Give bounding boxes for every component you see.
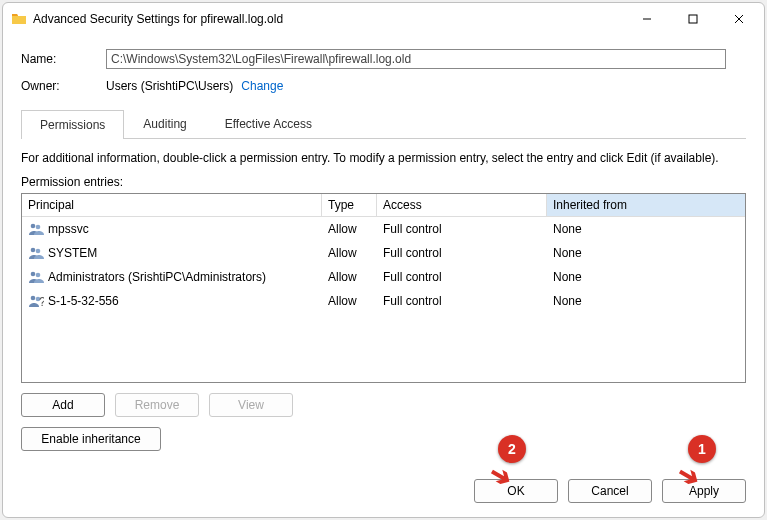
principal-text: mpssvc [48,222,89,236]
col-inherited[interactable]: Inherited from [547,194,745,217]
change-owner-link[interactable]: Change [241,79,283,93]
entry-buttons: Add Remove View [21,393,746,417]
svg-point-8 [31,272,36,277]
table-header: Principal Type Access Inherited from [22,194,745,217]
cell-type: Allow [322,292,377,310]
info-text: For additional information, double-click… [21,151,746,165]
tab-bar: Permissions Auditing Effective Access [21,109,746,139]
entries-label: Permission entries: [21,175,746,189]
maximize-button[interactable] [670,4,716,34]
svg-rect-1 [689,15,697,23]
table-row[interactable]: mpssvcAllowFull controlNone [22,217,745,241]
cell-access: Full control [377,244,547,262]
cell-inherited: None [547,268,745,286]
view-button: View [209,393,293,417]
minimize-button[interactable] [624,4,670,34]
permission-entries-table[interactable]: Principal Type Access Inherited from mps… [21,193,746,383]
cell-principal: Administrators (SrishtiPC\Administrators… [22,267,322,287]
dialog-footer: OK Cancel Apply [3,479,764,517]
cell-access: Full control [377,268,547,286]
principal-icon [28,269,44,285]
table-row[interactable]: Administrators (SrishtiPC\Administrators… [22,265,745,289]
principal-icon [28,245,44,261]
titlebar: Advanced Security Settings for pfirewall… [3,3,764,35]
name-label: Name: [21,52,106,66]
cell-access: Full control [377,292,547,310]
inheritance-buttons: Enable inheritance [21,427,746,451]
cell-type: Allow [322,268,377,286]
principal-text: S-1-5-32-556 [48,294,119,308]
owner-row: Owner: Users (SrishtiPC\Users) Change [21,79,746,93]
tab-effective-access[interactable]: Effective Access [206,109,331,138]
svg-point-7 [36,249,41,254]
principal-icon [28,221,44,237]
close-button[interactable] [716,4,762,34]
col-access[interactable]: Access [377,194,547,217]
principal-text: SYSTEM [48,246,97,260]
folder-icon [11,11,27,27]
principal-text: Administrators (SrishtiPC\Administrators… [48,270,266,284]
window-controls [624,4,762,34]
tab-auditing[interactable]: Auditing [124,109,205,138]
name-value[interactable]: C:\Windows\System32\LogFiles\Firewall\pf… [106,49,726,69]
cell-inherited: None [547,220,745,238]
content-area: Name: C:\Windows\System32\LogFiles\Firew… [3,35,764,479]
remove-button: Remove [115,393,199,417]
owner-value: Users (SrishtiPC\Users) [106,79,233,93]
svg-point-4 [31,224,36,229]
svg-text:?: ? [39,295,44,309]
cell-inherited: None [547,244,745,262]
svg-point-9 [36,273,41,278]
principal-icon: ? [28,293,44,309]
table-body: mpssvcAllowFull controlNoneSYSTEMAllowFu… [22,217,745,382]
cell-access: Full control [377,220,547,238]
svg-point-6 [31,248,36,253]
svg-point-10 [31,296,36,301]
cell-inherited: None [547,292,745,310]
window-title: Advanced Security Settings for pfirewall… [33,12,624,26]
cell-principal: mpssvc [22,219,322,239]
tab-permissions[interactable]: Permissions [21,110,124,139]
table-row[interactable]: SYSTEMAllowFull controlNone [22,241,745,265]
owner-label: Owner: [21,79,106,93]
enable-inheritance-button[interactable]: Enable inheritance [21,427,161,451]
cell-type: Allow [322,244,377,262]
svg-point-5 [36,225,41,230]
cancel-button[interactable]: Cancel [568,479,652,503]
security-settings-window: Advanced Security Settings for pfirewall… [2,2,765,518]
table-row[interactable]: ?S-1-5-32-556AllowFull controlNone [22,289,745,313]
cell-type: Allow [322,220,377,238]
cell-principal: ?S-1-5-32-556 [22,291,322,311]
cell-principal: SYSTEM [22,243,322,263]
annotation-badge-1: 1 [688,435,716,463]
col-principal[interactable]: Principal [22,194,322,217]
name-row: Name: C:\Windows\System32\LogFiles\Firew… [21,49,746,69]
add-button[interactable]: Add [21,393,105,417]
col-type[interactable]: Type [322,194,377,217]
